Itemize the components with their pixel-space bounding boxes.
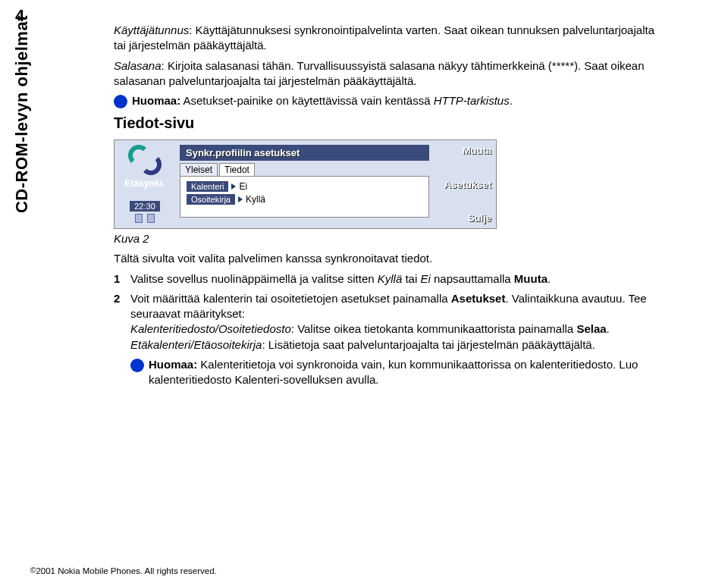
note-label: Huomaa:: [132, 94, 180, 107]
note-bullet-icon: [114, 95, 127, 108]
main-content: Käyttäjätunnus: Käyttäjätunnuksesi synkr…: [114, 23, 660, 392]
device-panel: Kalenteri Ei Osoitekirja Kyllä: [180, 176, 429, 218]
device-softkeys: Muuta Asetukset Sulje: [434, 140, 496, 228]
note-italic: HTTP-tarkistus: [434, 94, 510, 107]
device-clock: 22:30: [130, 201, 160, 212]
arc-icon: [140, 154, 162, 175]
softkey-asetukset[interactable]: Asetukset: [444, 179, 491, 190]
text: : Kirjoita salasanasi tähän. Turvallisuu…: [114, 59, 645, 87]
side-label: CD-ROM-levyn ohjelmat: [12, 15, 32, 213]
section-heading: Tiedot-sivu: [114, 114, 660, 132]
text: tai: [402, 272, 420, 285]
text: .: [510, 94, 513, 107]
softkey-muuta[interactable]: Muuta: [463, 145, 491, 156]
italic: Ei: [420, 272, 430, 285]
italic: Kalenteritiedosto/Osoitetiedosto: [130, 322, 291, 335]
list-number: 1: [114, 271, 130, 287]
note-calendar: Huomaa: Kalenteritietoja voi synkronoida…: [130, 357, 660, 388]
footer-text: 2001 Nokia Mobile Phones. All rights res…: [36, 566, 216, 575]
tab-tiedot[interactable]: Tiedot: [219, 163, 255, 176]
text: .: [548, 272, 551, 285]
signal-icon: [135, 214, 143, 223]
figure-caption: Kuva 2: [114, 232, 660, 245]
italic: Etäkalenteri/Etäosoitekirja: [130, 338, 262, 351]
chevron-right-icon: [231, 183, 236, 190]
text: napsauttamalla: [431, 272, 514, 285]
device-left-pane: Etäsynkr. 22:30: [115, 140, 175, 228]
footer-copyright: ©2001 Nokia Mobile Phones. All rights re…: [30, 566, 217, 575]
note-text: Huomaa: Asetukset-painike on käytettävis…: [132, 93, 513, 108]
term-username: Käyttäjätunnus: [114, 24, 189, 36]
option-value: Ei: [239, 181, 247, 192]
softkey-sulje[interactable]: Sulje: [468, 212, 491, 224]
note-text: Huomaa: Kalenteritietoja voi synkronoida…: [149, 357, 660, 388]
option-osoitekirja[interactable]: Osoitekirja Kyllä: [187, 194, 422, 205]
device-app-label: Etäsynkr.: [124, 178, 165, 189]
text: : Lisätietoja saat palveluntarjoajalta t…: [262, 338, 595, 351]
bold: Selaa: [576, 322, 606, 335]
text: .: [607, 322, 610, 335]
device-main-pane: Synkr.profiilin asetukset Yleiset Tiedot…: [175, 140, 434, 228]
text: Kalenteritietoja voi synkronoida vain, k…: [149, 358, 638, 386]
text: : Valitse oikea tietokanta kommunikaatto…: [291, 322, 577, 335]
bold: Muuta: [514, 272, 548, 285]
option-label: Osoitekirja: [187, 194, 235, 205]
paragraph-after-fig: Tältä sivulta voit valita palvelimen kan…: [114, 251, 660, 266]
tab-row: Yleiset Tiedot: [180, 163, 429, 176]
device-status-bar: [135, 214, 155, 223]
italic: Kyllä: [378, 272, 403, 285]
note-label: Huomaa:: [149, 358, 197, 371]
chevron-right-icon: [238, 196, 243, 202]
text: Asetukset-painike on käytettävissä vain …: [180, 94, 434, 107]
note-bullet-icon: [130, 359, 144, 372]
list-number: 2: [114, 291, 130, 388]
list-item-2: 2 Voit määrittää kalenterin tai osoiteti…: [114, 291, 660, 388]
paragraph-password: Salasana: Kirjoita salasanasi tähän. Tur…: [114, 58, 660, 89]
device-screen: Etäsynkr. 22:30 Synkr.profiilin asetukse…: [114, 139, 497, 229]
note-http: Huomaa: Asetukset-painike on käytettävis…: [114, 93, 660, 108]
text: Voit määrittää kalenterin tai osoitetiet…: [130, 292, 451, 305]
option-value: Kyllä: [246, 194, 265, 205]
term-password: Salasana: [114, 59, 162, 72]
list-body: Voit määrittää kalenterin tai osoitetiet…: [130, 291, 660, 388]
paragraph-username: Käyttäjätunnus: Käyttäjätunnuksesi synkr…: [114, 23, 660, 54]
bold: Asetukset: [451, 292, 506, 305]
option-kalenteri[interactable]: Kalenteri Ei: [187, 181, 422, 192]
device-figure: Etäsynkr. 22:30 Synkr.profiilin asetukse…: [114, 139, 497, 229]
list-item-1: 1 Valitse sovellus nuolinäppäimellä ja v…: [114, 271, 660, 287]
list-body: Valitse sovellus nuolinäppäimellä ja val…: [130, 271, 660, 287]
text: Valitse sovellus nuolinäppäimellä ja val…: [130, 272, 378, 285]
battery-icon: [147, 214, 155, 223]
tab-yleiset[interactable]: Yleiset: [180, 163, 218, 176]
option-label: Kalenteri: [187, 181, 228, 192]
device-title: Synkr.profiilin asetukset: [180, 145, 429, 161]
text: : Käyttäjätunnuksesi synkronointipalveli…: [114, 24, 654, 52]
sync-icon: [128, 145, 162, 175]
